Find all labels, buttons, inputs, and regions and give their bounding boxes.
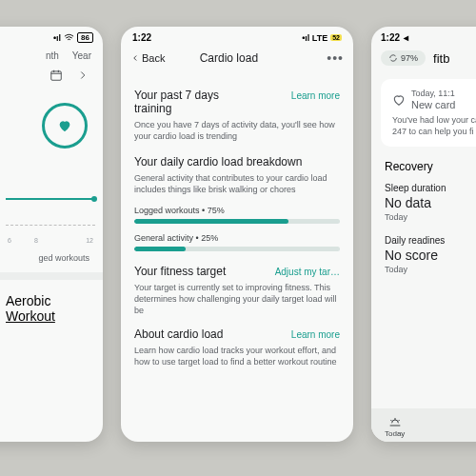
sync-icon	[388, 53, 398, 63]
metric-sleep-sub: Today	[371, 210, 476, 228]
status-bar: 1:22 ◂	[371, 27, 476, 45]
recovery-heading: Recovery	[371, 152, 476, 175]
metric-sleep-value: No data	[371, 193, 476, 210]
section-target-desc: Your target is currently set to improvin…	[134, 282, 340, 316]
svg-rect-0	[51, 71, 62, 80]
section-about-title: About cardio load	[134, 327, 223, 341]
more-button[interactable]: •••	[327, 50, 344, 66]
section-about-desc: Learn how cardio load tracks your workou…	[134, 345, 340, 367]
metric-readiness-value: No score	[371, 246, 476, 263]
page-title: Cardio load	[130, 51, 327, 65]
wifi-icon	[64, 33, 74, 42]
bar-general	[134, 247, 340, 251]
chart-legend: ged workouts	[0, 249, 103, 272]
status-bar: 1:22 •ıl LTE 52	[121, 27, 353, 45]
header-row: 97% fitb	[371, 45, 476, 73]
tab-year[interactable]: Year	[72, 50, 91, 61]
adjust-target-link[interactable]: Adjust my tar…	[275, 267, 340, 277]
brand-text: fitb	[433, 51, 449, 66]
insight-card[interactable]: Today, 11:1 New card You've had low your…	[381, 79, 476, 147]
nav-today[interactable]: Today	[371, 416, 418, 438]
bar-logged-label: Logged workouts • 75%	[134, 206, 340, 215]
heart-icon	[57, 118, 72, 133]
battery-pill[interactable]: 97%	[381, 50, 426, 66]
bottom-nav: Today	[371, 408, 476, 442]
phone-left: •ıl 86 nth Year 6 8 . 12 ged workouts Ae…	[0, 27, 103, 442]
calendar-icon[interactable]	[50, 69, 63, 82]
heart-stat-ring[interactable]	[42, 103, 88, 149]
status-bar: •ıl 86	[0, 27, 103, 45]
heart-icon	[392, 93, 406, 107]
section-divider	[0, 272, 103, 280]
metric-readiness-sub: Today	[371, 263, 476, 280]
section-past7-title: Your past 7 days training	[134, 89, 258, 115]
chart-x-axis: 6 8 . 12	[6, 237, 95, 244]
location-icon: ◂	[404, 32, 408, 43]
status-time: 1:22	[381, 32, 400, 43]
metric-readiness-label: Daily readines	[371, 228, 476, 246]
metric-sleep-label: Sleep duration	[371, 175, 476, 193]
battery-indicator: 52	[330, 34, 342, 41]
learn-more-link[interactable]: Learn more	[291, 90, 340, 101]
tab-month[interactable]: nth	[46, 50, 59, 61]
network-indicator: •ıl LTE	[302, 33, 327, 43]
phone-center: 1:22 •ıl LTE 52 Back Cardio load ••• You…	[121, 27, 353, 442]
toolbar-icons	[0, 69, 103, 91]
phone-right: 1:22 ◂ 97% fitb Today, 11:1 New card You…	[371, 27, 476, 442]
chevron-right-icon[interactable]	[76, 69, 89, 82]
section-past7-desc: Once you have 7 days of activity data, y…	[134, 119, 340, 142]
bar-general-label: General activity • 25%	[134, 233, 340, 243]
chart-baseline	[6, 225, 95, 226]
section-target-title: Your fitness target	[134, 265, 226, 278]
card-timestamp: Today, 11:1	[411, 89, 455, 98]
section-breakdown-title: Your daily cardio load breakdown	[134, 155, 340, 169]
section-breakdown-desc: General activity that contributes to you…	[134, 172, 340, 195]
bar-logged	[134, 219, 340, 224]
battery-indicator: 86	[77, 32, 93, 43]
trend-chart: 6 8 . 12	[6, 156, 95, 246]
workout-card-title[interactable]: Aerobic Workout	[0, 280, 103, 324]
learn-more-link-2[interactable]: Learn more	[291, 329, 340, 340]
signal-icon: •ıl	[53, 33, 61, 43]
status-time: 1:22	[132, 32, 151, 43]
card-title: New card	[411, 99, 455, 110]
card-desc: You've had low your cardio loa from 0-24…	[392, 114, 476, 137]
sunrise-icon	[387, 416, 403, 427]
range-tabs: nth Year	[0, 45, 103, 69]
nav-bar: Back Cardio load •••	[121, 45, 353, 75]
chart-series-line	[6, 198, 95, 200]
